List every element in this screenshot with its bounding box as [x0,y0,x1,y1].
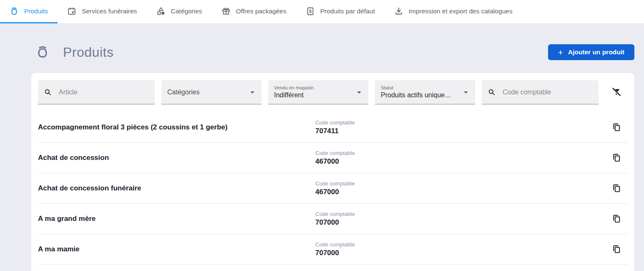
code-comptable-search-field[interactable] [482,80,599,104]
product-name: Achat de concession funéraire [38,184,315,192]
tab-label: Offres packagées [236,8,287,15]
product-name: Accompagnement floral 3 pièces (2 coussi… [38,123,315,132]
code-comptable-value: 707000 [315,218,355,227]
add-product-button[interactable]: + Ajouter un produit [548,44,634,60]
tab-label: Produits [24,8,48,15]
product-name: A ma mamie [38,245,315,253]
code-comptable-value: 467000 [315,188,355,196]
duplicate-product-button[interactable] [611,153,621,163]
page-title: Produits [63,45,113,60]
code-comptable-value: 707000 [315,249,355,257]
article-search-field[interactable] [38,80,155,104]
code-comptable-block: Code comptable 707000 [315,241,355,257]
copy-icon [611,214,621,224]
code-comptable-value: 467000 [315,157,355,166]
duplicate-product-button[interactable] [611,122,621,132]
urn-icon [35,43,50,61]
vendu-en-magasin-content: Vendu en magasin Indifférent [274,85,314,99]
table-row[interactable]: Accompagnement floral 3 pièces (2 coussi… [38,112,628,143]
tab-offres-packagees[interactable]: Offres packagées [212,0,296,23]
document-dollar-icon [306,7,315,16]
copy-icon [611,244,621,254]
code-comptable-block: Code comptable 467000 [315,180,355,196]
duplicate-product-button[interactable] [611,183,621,193]
vendu-en-magasin-label: Vendu en magasin [274,85,314,90]
statut-content: Statut Produits actifs unique… [381,85,451,99]
tab-label: Impression et export des catalogues [409,8,513,15]
table-row[interactable]: A ma grand mère Code comptable 707000 [38,204,628,234]
page-header: Produits + Ajouter un produit [0,24,644,61]
search-icon [488,88,496,96]
tab-produits[interactable]: Produits [0,0,58,23]
product-name: A ma grand mère [38,215,315,223]
statut-value: Produits actifs unique… [381,91,451,99]
top-navigation: Produits Services funéraires Catégories … [0,0,644,24]
statut-label: Statut [381,85,451,90]
categories-select-label: Catégories [167,89,199,96]
code-comptable-label: Code comptable [315,241,355,248]
code-comptable-label: Code comptable [315,119,355,126]
urn-icon [10,7,19,16]
statut-select[interactable]: Statut Produits actifs unique… [375,80,475,104]
filter-off-icon [611,87,622,98]
page-title-group: Produits [35,43,113,61]
download-icon [394,7,403,16]
tab-label: Produits par défaut [320,8,375,15]
code-comptable-value: 707411 [315,127,355,135]
tab-label: Catégories [171,8,202,15]
copy-icon [611,183,621,193]
code-comptable-search-input[interactable] [502,88,593,96]
duplicate-product-button[interactable] [611,214,621,224]
code-comptable-block: Code comptable 707000 [315,211,355,227]
plus-icon: + [558,48,563,57]
table-row[interactable]: Achat de concession funéraire Code compt… [38,173,628,204]
copy-icon [611,153,621,163]
chevron-down-icon [247,87,257,97]
table-row[interactable]: Achat de concession Code comptable 46700… [38,143,628,173]
shapes-icon [156,7,166,16]
duplicate-product-button[interactable] [611,244,621,254]
code-comptable-label: Code comptable [315,150,355,156]
article-search-input[interactable] [58,88,149,96]
vendu-en-magasin-value: Indifférent [274,91,314,99]
filter-bar: Catégories Vendu en magasin Indifférent … [38,80,628,104]
code-comptable-label: Code comptable [315,180,355,187]
gift-icon [221,7,231,16]
products-card: Catégories Vendu en magasin Indifférent … [31,73,634,271]
code-comptable-label: Code comptable [315,211,355,217]
add-product-button-label: Ajouter un produit [568,48,624,56]
calendar-edit-icon [67,7,76,16]
search-icon [44,88,52,96]
vendu-en-magasin-select[interactable]: Vendu en magasin Indifférent [268,80,368,104]
tab-impression-export-catalogues[interactable]: Impression et export des catalogues [385,0,522,23]
chevron-down-icon [354,87,364,97]
table-row[interactable]: A ma mamie Code comptable 707000 [38,234,628,265]
code-comptable-block: Code comptable 467000 [315,150,355,166]
categories-select[interactable]: Catégories [161,80,262,104]
product-list: Accompagnement floral 3 pièces (2 coussi… [38,112,628,265]
clear-filters-button[interactable] [611,87,622,98]
tab-services-funeraires[interactable]: Services funéraires [58,0,147,23]
code-comptable-block: Code comptable 707411 [315,119,355,135]
tab-categories[interactable]: Catégories [147,0,212,23]
product-name: Achat de concession [38,154,315,162]
tab-produits-par-defaut[interactable]: Produits par défaut [296,0,385,23]
tab-label: Services funéraires [82,8,137,15]
copy-icon [611,122,621,132]
chevron-down-icon [461,87,471,97]
